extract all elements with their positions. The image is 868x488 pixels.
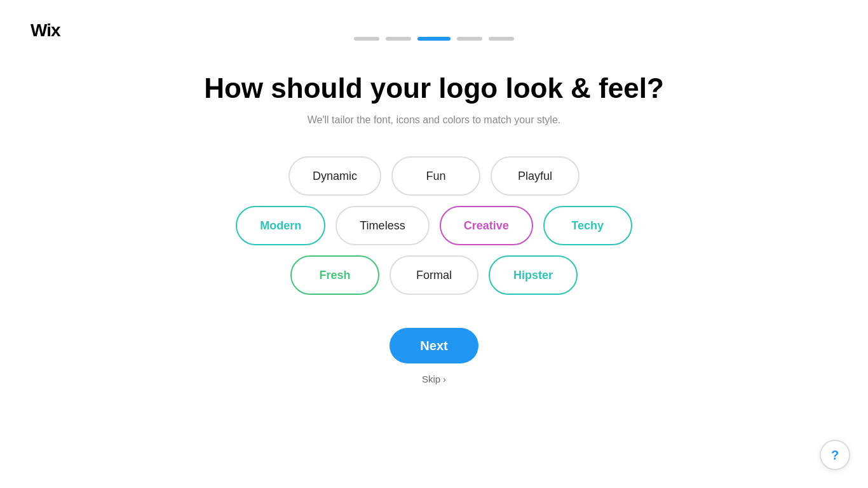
progress-step-1: [354, 37, 379, 41]
next-button[interactable]: Next: [390, 328, 478, 363]
style-row-1: Dynamic Fun Playful: [288, 156, 580, 196]
style-btn-modern[interactable]: Modern: [236, 206, 325, 245]
style-btn-playful[interactable]: Playful: [491, 156, 580, 196]
page-subtitle: We'll tailor the font, icons and colors …: [308, 114, 561, 126]
style-row-2: Modern Timeless Creative Techy: [236, 206, 632, 245]
style-btn-techy[interactable]: Techy: [543, 206, 632, 245]
style-btn-fun[interactable]: Fun: [391, 156, 480, 196]
progress-step-5: [489, 37, 514, 41]
style-btn-dynamic[interactable]: Dynamic: [288, 156, 381, 196]
page-title: How should your logo look & feel?: [204, 72, 664, 104]
progress-step-3: [417, 37, 451, 41]
skip-chevron: ›: [443, 374, 446, 384]
skip-link[interactable]: Skip ›: [422, 374, 446, 384]
help-button[interactable]: ?: [820, 440, 850, 470]
logo: Wix: [31, 20, 60, 41]
style-btn-timeless[interactable]: Timeless: [336, 206, 429, 245]
style-btn-hipster[interactable]: Hipster: [489, 255, 578, 295]
style-btn-fresh[interactable]: Fresh: [290, 255, 379, 295]
main-content: How should your logo look & feel? We'll …: [0, 41, 868, 384]
style-btn-formal[interactable]: Formal: [390, 255, 478, 295]
progress-step-4: [457, 37, 482, 41]
progress-step-2: [386, 37, 411, 41]
style-btn-creative[interactable]: Creative: [440, 206, 533, 245]
style-options: Dynamic Fun Playful Modern Timeless Crea…: [236, 156, 632, 295]
style-row-3: Fresh Formal Hipster: [290, 255, 578, 295]
skip-label: Skip: [422, 374, 440, 384]
